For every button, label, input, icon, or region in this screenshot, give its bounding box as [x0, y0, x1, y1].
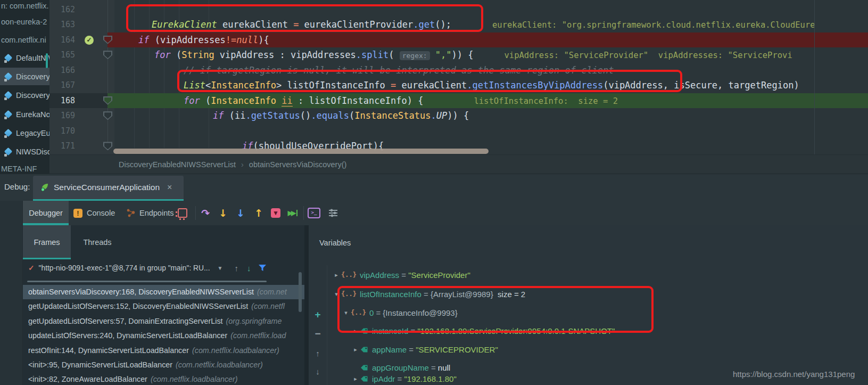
breakpoint-verified-icon[interactable]: ✓	[85, 36, 94, 45]
tree-item[interactable]: META-INF	[0, 162, 49, 174]
code-line-167[interactable]: 167List<InstanceInfo> listOfInstanceInfo…	[49, 78, 868, 93]
debug-session-tab[interactable]: ServiceConsumerApplication ×	[33, 176, 184, 199]
tab-frames[interactable]: Frames	[23, 225, 71, 259]
tab-threads[interactable]: Threads	[76, 225, 119, 259]
move-down-button[interactable]: ↓	[309, 367, 327, 376]
tree-item[interactable]: DefaultNIW	[0, 52, 49, 64]
code-text[interactable]: if (ii.getStatus().equals(InstanceStatus…	[213, 108, 469, 124]
thread-selector-text[interactable]: "http-nio-9091-exec-1"@8,774 in group "m…	[39, 264, 210, 272]
code-line-163[interactable]: 163EurekaClient eurekaClient = eurekaCli…	[49, 17, 868, 32]
line-number[interactable]: 169	[51, 108, 75, 124]
line-number[interactable]: 166	[51, 63, 75, 78]
frame-method: restOfInit:144, DynamicServerListLoadBal…	[28, 346, 189, 355]
evaluate-terminal-button[interactable]: >_	[307, 201, 321, 225]
filter-icon[interactable]	[258, 264, 267, 272]
tree-item[interactable]: oon-eureka-2	[0, 15, 49, 28]
fold-marker-icon[interactable]	[103, 111, 112, 120]
divider	[303, 206, 304, 220]
line-number[interactable]: 168	[51, 93, 75, 109]
tree-item[interactable]: n: com.netflix.	[0, 0, 49, 12]
chevron-right-icon[interactable]: ▸	[351, 327, 360, 334]
variable-row[interactable]: ▾{..}listOfInstanceInfo = {ArrayList@998…	[327, 287, 868, 301]
frame-row[interactable]: <init>:82, ZoneAwareLoadBalancer(com.net…	[23, 372, 304, 385]
variable-row[interactable]: ▸{..}vipAddress = "ServiceProvider"	[327, 268, 868, 282]
code-text[interactable]: // if targetRegion is null, it will be i…	[184, 63, 614, 78]
fold-marker-icon[interactable]	[103, 51, 112, 59]
tab-endpoints[interactable]: Endpoints	[126, 201, 174, 225]
step-out-button[interactable]: ↑	[252, 201, 266, 225]
code-text[interactable]: for (String vipAddress : vipAddresses.sp…	[154, 47, 792, 64]
tree-item[interactable]: EurekaNot	[0, 108, 49, 121]
run-to-cursor-button[interactable]: ▶▶	[286, 201, 300, 225]
ide-window: 162163EurekaClient eurekaClient = eureka…	[0, 0, 868, 385]
move-up-button[interactable]: ↑	[309, 349, 327, 358]
code-line-165[interactable]: 165for (String vipAddress : vipAddresses…	[49, 47, 868, 63]
thread-selector[interactable]: ✓ "http-nio-9091-exec-1"@8,774 in group …	[23, 259, 304, 276]
tab-console[interactable]: ! Console	[73, 201, 115, 225]
chevron-right-icon[interactable]: ▸	[332, 272, 341, 278]
drop-frame-button[interactable]: ▼	[269, 201, 283, 225]
chevron-down-icon[interactable]: ▾	[341, 309, 351, 316]
code-text[interactable]: for (InstanceInfo ii : listOfInstanceInf…	[184, 93, 618, 109]
code-text[interactable]: EurekaClient eurekaClient = eurekaClient…	[152, 17, 815, 33]
thread-scrollbar[interactable]	[27, 281, 267, 282]
code-text[interactable]: if (vipAddresses!=null){	[138, 32, 269, 48]
breadcrumb-method[interactable]: obtainServersViaDiscovery()	[249, 160, 346, 169]
tree-item[interactable]: com.netflix.ni	[0, 34, 49, 46]
frame-row[interactable]: restOfInit:144, DynamicServerListLoadBal…	[23, 343, 304, 358]
step-into-button[interactable]: ↓	[216, 201, 230, 225]
code-line-164[interactable]: 164✓if (vipAddresses!=null){	[49, 32, 868, 48]
code-text[interactable]: List<InstanceInfo> listOfInstanceInfo = …	[184, 78, 799, 93]
code-editor[interactable]: 162163EurekaClient eurekaClient = eureka…	[49, 0, 868, 154]
tree-item[interactable]: DiscoveryE	[0, 70, 49, 83]
frame-row[interactable]: obtainServersViaDiscovery:168, Discovery…	[23, 285, 304, 299]
line-number[interactable]: 171	[51, 138, 75, 154]
code-line-169[interactable]: 169if (ii.getStatus().equals(InstanceSta…	[49, 108, 868, 124]
breadcrumb-separator: ›	[241, 160, 244, 169]
chevron-right-icon[interactable]: ▸	[351, 346, 360, 353]
code-line-168[interactable]: 168for (InstanceInfo ii : listOfInstance…	[49, 93, 868, 109]
tree-item[interactable]: NIWSDisco	[0, 145, 49, 158]
variable-value: {InstanceInfo@9993}	[383, 308, 457, 317]
fold-marker-icon[interactable]	[103, 142, 112, 150]
frame-row[interactable]: getUpdatedListOfServers:152, DiscoveryEn…	[23, 299, 304, 314]
layout-settings-button[interactable]	[326, 201, 340, 225]
code-line-162[interactable]: 162	[49, 2, 868, 18]
tree-item[interactable]: LegacyEure	[0, 127, 49, 140]
tab-debugger[interactable]: Debugger	[23, 201, 69, 225]
tree-scrollbar-thumb[interactable]	[46, 53, 48, 68]
frame-up-icon[interactable]: ↑	[234, 264, 238, 273]
variable-row[interactable]: ▸instanceId = "192.168.1.80:ServiceProvi…	[327, 324, 868, 338]
line-number[interactable]: 162	[51, 2, 75, 18]
frame-down-icon[interactable]: ↓	[247, 264, 251, 273]
force-step-into-button[interactable]: ↓	[234, 201, 247, 225]
code-line-170[interactable]: 170	[49, 124, 868, 139]
chevron-down-icon[interactable]: ▾	[332, 291, 341, 298]
line-number[interactable]: 167	[51, 78, 75, 93]
remove-watch-button[interactable]: −	[309, 328, 327, 340]
chevron-down-icon[interactable]: ▼	[218, 265, 223, 271]
frames-scrollbar-thumb[interactable]	[299, 272, 302, 312]
step-over-button[interactable]: ↷	[199, 201, 212, 225]
project-tree[interactable]: n: com.netflix.oon-eureka-2com.netflix.n…	[0, 0, 49, 174]
chevron-right-icon[interactable]: ▸	[351, 375, 360, 382]
divider	[22, 201, 23, 385]
frame-row[interactable]: updateListOfServers:240, DynamicServerLi…	[23, 329, 304, 343]
panel-splitter[interactable]	[304, 225, 309, 385]
tree-item-label: DiscoveryE	[16, 91, 49, 100]
frame-row[interactable]: getUpdatedListOfServers:57, DomainExtrac…	[23, 314, 304, 329]
line-number[interactable]: 170	[51, 124, 75, 139]
variable-row[interactable]: ▾{..}0 = {InstanceInfo@9993}	[327, 306, 868, 320]
line-number[interactable]: 165	[51, 47, 75, 63]
frame-row[interactable]: <init>:95, DynamicServerListLoadBalancer…	[23, 358, 304, 372]
add-watch-button[interactable]: +	[309, 309, 327, 321]
line-number[interactable]: 164	[51, 32, 75, 48]
code-line-166[interactable]: 166// if targetRegion is null, it will b…	[49, 63, 868, 78]
view-breakpoints-button[interactable]	[176, 201, 189, 225]
tree-item[interactable]: DiscoveryE	[0, 89, 49, 102]
line-number[interactable]: 163	[51, 17, 75, 32]
variable-row[interactable]: ▸appName = "SERVICEPROVIDER"	[327, 342, 868, 356]
breadcrumb-class[interactable]: DiscoveryEnabledNIWSServerList	[119, 160, 236, 169]
editor-horizontal-scrollbar[interactable]	[113, 149, 489, 154]
close-icon[interactable]: ×	[167, 183, 172, 192]
